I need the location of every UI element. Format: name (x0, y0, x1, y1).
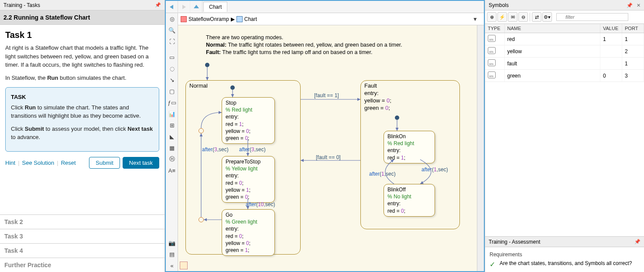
tool-table-icon[interactable]: ▦ (166, 142, 178, 153)
tab-chart[interactable]: Chart (203, 2, 227, 12)
tool-transition-icon[interactable]: ↘ (166, 74, 178, 85)
data-type-icon (488, 35, 496, 42)
nav-forward-icon[interactable] (178, 1, 190, 13)
submit-button[interactable]: Submit (89, 157, 120, 169)
table-row[interactable]: red11 (485, 33, 644, 45)
settings-icon[interactable]: ⚙▾ (542, 12, 552, 22)
chart-description: There are two operating modes. Normal: T… (206, 34, 402, 56)
tool-history-icon[interactable]: Ⓗ (166, 153, 178, 165)
state-blink-on[interactable]: BlinkOn % Red light entry: red = 1; (384, 131, 435, 163)
create-event-icon[interactable]: ⚡ (497, 12, 507, 22)
table-row[interactable]: fault1 (485, 58, 644, 70)
state-prepare-to-stop[interactable]: PrepareToStop % Yellow light entry: red … (222, 156, 275, 203)
hint-link[interactable]: Hint (5, 160, 15, 166)
pin-icon[interactable]: 📌 (634, 239, 641, 245)
table-row[interactable]: yellow2 (485, 45, 644, 58)
vertical-scrollbar[interactable] (477, 25, 484, 271)
default-transition-dot[interactable] (205, 63, 209, 67)
training-tasks-panel: Training - Tasks 📌 2.2 Running a Statefl… (0, 0, 165, 272)
symbols-panel: Symbols 📌 ✕ ⊕ ⚡ ✉ ⊖ ⇄ ⚙▾ ▾ TYPE NAME VAL… (485, 0, 644, 272)
task-list-item[interactable]: Further Practice (0, 258, 164, 272)
transition-label[interactable]: after(3,sec) (202, 146, 229, 153)
guard-label[interactable]: [fault == 0] (316, 154, 341, 160)
transition-label[interactable]: after(1,sec) (421, 167, 448, 173)
task-para-1: At right is a Stateflow chart that model… (5, 44, 159, 69)
table-row[interactable]: green03 (485, 70, 644, 82)
training-header: Training - Tasks (3, 2, 40, 8)
transition-label[interactable]: after(10,sec) (246, 201, 275, 207)
state-go[interactable]: Go % Green light entry: red = 0; yellow … (222, 209, 275, 256)
tool-func-icon[interactable]: ƒ▭ (166, 97, 178, 108)
guard-label[interactable]: [fault == 1] (314, 92, 339, 99)
pin-icon[interactable]: 📌 (155, 2, 161, 8)
symbols-table: TYPE NAME VALUE PORT red11 yellow2 fault… (485, 24, 644, 82)
assessment-header: Training - Assessment (489, 239, 540, 245)
task-para-2: In Stateflow, the Run button simulates t… (5, 74, 159, 82)
col-port[interactable]: PORT (622, 24, 644, 33)
create-data-icon[interactable]: ⊕ (487, 12, 497, 22)
tool-zoom-icon[interactable]: 🔍 (166, 24, 178, 36)
resolve-icon[interactable]: ⇄ (532, 12, 541, 22)
canvas-badge-icon[interactable] (180, 262, 188, 269)
data-type-icon (488, 59, 496, 66)
task-list-item[interactable]: Task 3 (0, 229, 164, 243)
col-type[interactable]: TYPE (485, 24, 504, 33)
col-value[interactable]: VALUE (600, 24, 622, 33)
tool-truth-icon[interactable]: ⊞ (166, 119, 178, 131)
tool-annotation-icon[interactable]: A≡ (166, 165, 178, 176)
chart-editor-panel: Chart ◎ 🔍 ⛶ ▭ ◌ ↘ ▢ ƒ▭ 📊 ⊞ ◣ ▦ Ⓗ A≡ 📷 ▤ … (165, 0, 485, 272)
section-title: 2.2 Running a Stateflow Chart (0, 10, 164, 25)
tool-camera-icon[interactable]: 📷 (166, 237, 178, 248)
junction[interactable] (199, 217, 204, 222)
pin-icon[interactable]: 📌 (627, 3, 633, 8)
symbols-header: Symbols (489, 2, 509, 8)
data-type-icon (488, 47, 496, 54)
canvas-side-toolbar: ◎ 🔍 ⛶ ▭ ◌ ↘ ▢ ƒ▭ 📊 ⊞ ◣ ▦ Ⓗ A≡ 📷 ▤ « (166, 13, 178, 271)
delete-icon[interactable]: ⊖ (518, 12, 528, 22)
tool-list-icon[interactable]: ▤ (166, 248, 178, 260)
requirements-label: Requirements (490, 251, 640, 260)
check-icon: ✓ (490, 260, 495, 269)
breadcrumb-item[interactable]: StateflowOnramp (188, 16, 229, 22)
create-message-icon[interactable]: ✉ (508, 12, 517, 22)
state-blink-off[interactable]: BlinkOff % No light entry: red = 0; (384, 184, 435, 217)
transition-label[interactable]: after(3,sec) (239, 146, 266, 153)
stateflow-canvas[interactable]: There are two operating modes. Normal: T… (178, 25, 484, 271)
requirement-row: ✓ Are the chart states, transitions, and… (490, 260, 640, 269)
tool-state-icon[interactable]: ▭ (166, 51, 178, 63)
model-icon (181, 16, 187, 22)
breadcrumb-item[interactable]: Chart (244, 16, 257, 22)
breadcrumb-dropdown-icon[interactable]: ▼ (469, 16, 481, 22)
tool-junction-icon[interactable]: ◌ (166, 63, 178, 74)
see-solution-link[interactable]: See Solution (22, 160, 55, 166)
tool-collapse-icon[interactable]: « (166, 260, 178, 271)
task-list-item[interactable]: Task 2 (0, 214, 164, 229)
task-title: Task 1 (5, 30, 159, 40)
col-name[interactable]: NAME (504, 24, 600, 33)
task-list-item[interactable]: Task 4 (0, 243, 164, 258)
breadcrumb: StateflowOnramp ▶ Chart ▼ (178, 13, 484, 25)
close-icon[interactable]: ✕ (637, 3, 641, 8)
state-stop[interactable]: Stop % Red light entry: red = 1; yellow … (222, 97, 275, 144)
tool-note-icon[interactable]: ◣ (166, 131, 178, 142)
transition-label[interactable]: after(1,sec) (369, 171, 396, 177)
nav-up-icon[interactable] (190, 1, 202, 13)
tool-target-icon[interactable]: ◎ (166, 13, 178, 24)
tool-fit-icon[interactable]: ⛶ (166, 36, 178, 47)
next-task-button[interactable]: Next task (123, 157, 159, 169)
filter-input[interactable] (556, 13, 628, 21)
nav-back-icon[interactable] (166, 1, 178, 13)
task-instruction-box: TASK Click Run to simulate the chart. Th… (5, 87, 159, 152)
reset-link[interactable]: Reset (61, 160, 76, 166)
chart-icon (236, 16, 243, 22)
tool-box-icon[interactable]: ▢ (166, 85, 178, 97)
data-type-icon (488, 71, 496, 78)
tool-graph-icon[interactable]: 📊 (166, 108, 178, 119)
junction[interactable] (199, 128, 204, 133)
